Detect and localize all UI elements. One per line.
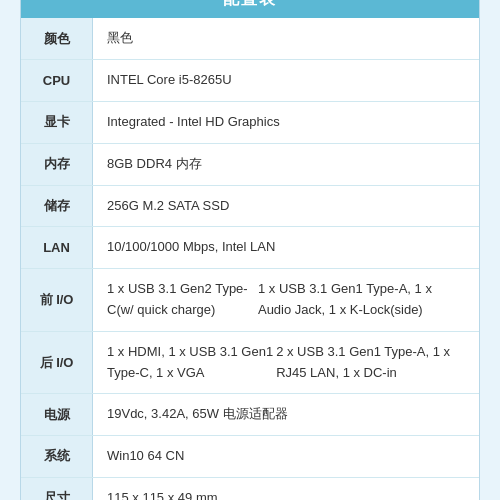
table-row: 颜色黑色: [21, 18, 479, 60]
row-label: 显卡: [21, 102, 93, 143]
table-body: 颜色黑色CPUINTEL Core i5-8265U显卡Integrated -…: [21, 18, 479, 500]
row-value: Integrated - Intel HD Graphics: [93, 102, 479, 143]
row-value: 1 x HDMI, 1 x USB 3.1 Gen1 Type-C, 1 x V…: [93, 332, 479, 394]
row-value: 1 x USB 3.1 Gen2 Type-C(w/ quick charge)…: [93, 269, 479, 331]
row-label: CPU: [21, 60, 93, 101]
table-row: 后 I/O1 x HDMI, 1 x USB 3.1 Gen1 Type-C, …: [21, 332, 479, 395]
row-value: 115 x 115 x 49 mm: [93, 478, 479, 500]
row-value: Win10 64 CN: [93, 436, 479, 477]
row-label: 内存: [21, 144, 93, 185]
row-label: 系统: [21, 436, 93, 477]
row-label: 颜色: [21, 18, 93, 59]
table-row: 电源19Vdc, 3.42A, 65W 电源适配器: [21, 394, 479, 436]
row-label: 电源: [21, 394, 93, 435]
row-label: 储存: [21, 186, 93, 227]
config-table: 配置表 颜色黑色CPUINTEL Core i5-8265U显卡Integrat…: [20, 0, 480, 500]
row-value: 256G M.2 SATA SSD: [93, 186, 479, 227]
table-row: 显卡Integrated - Intel HD Graphics: [21, 102, 479, 144]
table-row: 尺寸115 x 115 x 49 mm: [21, 478, 479, 500]
row-value: 10/100/1000 Mbps, Intel LAN: [93, 227, 479, 268]
table-row: 前 I/O1 x USB 3.1 Gen2 Type-C(w/ quick ch…: [21, 269, 479, 332]
table-row: LAN10/100/1000 Mbps, Intel LAN: [21, 227, 479, 269]
table-row: 系统Win10 64 CN: [21, 436, 479, 478]
table-title: 配置表: [21, 0, 479, 18]
row-value: 黑色: [93, 18, 479, 59]
table-row: CPUINTEL Core i5-8265U: [21, 60, 479, 102]
row-value: 19Vdc, 3.42A, 65W 电源适配器: [93, 394, 479, 435]
row-value: INTEL Core i5-8265U: [93, 60, 479, 101]
row-label: 后 I/O: [21, 332, 93, 394]
table-row: 内存8GB DDR4 内存: [21, 144, 479, 186]
row-label: LAN: [21, 227, 93, 268]
table-row: 储存256G M.2 SATA SSD: [21, 186, 479, 228]
row-label: 尺寸: [21, 478, 93, 500]
row-value: 8GB DDR4 内存: [93, 144, 479, 185]
row-label: 前 I/O: [21, 269, 93, 331]
